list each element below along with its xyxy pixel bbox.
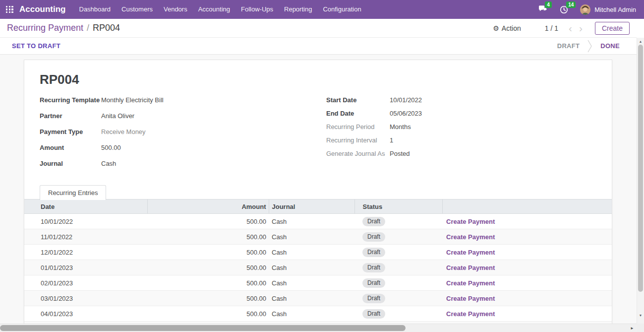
field-generate-journal-as: Generate Journal As Posted bbox=[326, 150, 592, 157]
entry-status-cell: Draft bbox=[354, 291, 442, 306]
table-row[interactable]: 12/01/2022 500.00 Cash Draft Create Paym… bbox=[24, 245, 612, 260]
app-name[interactable]: Accounting bbox=[19, 4, 66, 14]
entry-journal: Cash bbox=[269, 229, 354, 245]
menu-vendors[interactable]: Vendors bbox=[158, 0, 193, 19]
control-panel: Recurring Payment / RP004 ⚙ Action 1 / 1… bbox=[0, 19, 637, 38]
horizontal-scrollbar[interactable]: ► bbox=[0, 324, 637, 332]
field-value: 500.00 bbox=[101, 144, 121, 151]
status-badge: Draft bbox=[362, 217, 385, 226]
entry-action-cell: Create Payment bbox=[442, 291, 612, 306]
notebook-tabs: Recurring Entries bbox=[24, 185, 612, 199]
field-amount: Amount 500.00 bbox=[40, 144, 326, 151]
scroll-up-icon[interactable]: ▲ bbox=[637, 39, 644, 44]
menu-accounting[interactable]: Accounting bbox=[193, 0, 235, 19]
form-sheet: RP004 Recurring Template Monthly Electri… bbox=[24, 60, 612, 332]
entry-amount: 500.00 bbox=[147, 245, 269, 260]
field-recurring-period: Recurring Period Months bbox=[326, 123, 592, 131]
scrollbar-corner bbox=[637, 324, 644, 332]
create-payment-link[interactable]: Create Payment bbox=[446, 279, 495, 287]
table-header-row: Date Amount Journal Status bbox=[24, 199, 612, 214]
field-label: Partner bbox=[40, 112, 101, 120]
avatar bbox=[580, 4, 590, 15]
table-row[interactable]: 01/01/2023 500.00 Cash Draft Create Paym… bbox=[24, 260, 612, 275]
pager-previous-icon[interactable]: ‹ bbox=[565, 23, 576, 33]
column-header-status[interactable]: Status bbox=[354, 199, 442, 214]
entry-action-cell: Create Payment bbox=[442, 245, 612, 260]
field-label: Generate Journal As bbox=[326, 150, 390, 157]
messages-button[interactable]: 4 bbox=[538, 5, 548, 13]
pager-value[interactable]: 1 / 1 bbox=[545, 24, 558, 32]
field-value: 10/01/2022 bbox=[390, 96, 422, 104]
table-row[interactable]: 11/01/2022 500.00 Cash Draft Create Paym… bbox=[24, 229, 612, 245]
create-payment-link[interactable]: Create Payment bbox=[446, 264, 495, 271]
table-row[interactable]: 03/01/2023 500.00 Cash Draft Create Paym… bbox=[24, 291, 612, 306]
field-value: 05/06/2023 bbox=[390, 110, 422, 117]
entry-amount: 500.00 bbox=[147, 214, 269, 229]
status-badge: Draft bbox=[362, 309, 385, 319]
create-payment-link[interactable]: Create Payment bbox=[446, 218, 495, 225]
scroll-down-icon[interactable]: ▼ bbox=[637, 313, 644, 318]
horizontal-scrollbar-thumb[interactable] bbox=[0, 325, 406, 331]
vertical-scrollbar[interactable]: ▲ ▼ bbox=[637, 38, 644, 324]
status-badge: Draft bbox=[362, 232, 385, 242]
entry-status-cell: Draft bbox=[354, 245, 442, 260]
field-value: Anita Oliver bbox=[101, 112, 134, 120]
field-start-date: Start Date 10/01/2022 bbox=[326, 96, 592, 104]
status-state-done[interactable]: DONE bbox=[592, 42, 628, 50]
entry-journal: Cash bbox=[269, 291, 354, 306]
menu-customers[interactable]: Customers bbox=[116, 0, 158, 19]
status-state-draft[interactable]: DRAFT bbox=[549, 42, 588, 50]
set-to-draft-button[interactable]: SET TO DRAFT bbox=[12, 42, 60, 50]
field-recurring-template: Recurring Template Monthly Electricity B… bbox=[40, 96, 326, 104]
field-label: Recurring Interval bbox=[326, 136, 390, 144]
create-button[interactable]: Create bbox=[595, 22, 630, 35]
column-header-amount[interactable]: Amount bbox=[147, 199, 269, 214]
field-label: Payment Type bbox=[40, 128, 101, 135]
gear-icon: ⚙ bbox=[493, 25, 499, 32]
field-column-left: Recurring Template Monthly Electricity B… bbox=[40, 96, 326, 176]
field-value: 1 bbox=[390, 136, 393, 144]
scroll-right-icon[interactable]: ► bbox=[630, 326, 634, 331]
statusbar-arrow-icon bbox=[587, 40, 592, 53]
pager: 1 / 1 ‹ › bbox=[545, 23, 586, 33]
status-stepper: DRAFT DONE bbox=[549, 38, 628, 54]
column-header-journal[interactable]: Journal bbox=[269, 199, 354, 214]
field-value: Months bbox=[390, 123, 411, 131]
entry-status-cell: Draft bbox=[354, 260, 442, 275]
action-menu-button[interactable]: ⚙ Action bbox=[493, 24, 521, 32]
entry-status-cell: Draft bbox=[354, 229, 442, 245]
menu-follow-ups[interactable]: Follow-Ups bbox=[235, 0, 279, 19]
vertical-scrollbar-thumb[interactable] bbox=[638, 45, 643, 292]
activities-count-badge: 14 bbox=[566, 1, 576, 8]
field-label: End Date bbox=[326, 110, 390, 117]
field-label: Journal bbox=[40, 160, 101, 167]
table-row[interactable]: 10/01/2022 500.00 Cash Draft Create Paym… bbox=[24, 214, 612, 229]
menu-reporting[interactable]: Reporting bbox=[279, 0, 317, 19]
record-title: RP004 bbox=[40, 72, 612, 87]
pager-next-icon[interactable]: › bbox=[576, 23, 586, 33]
entry-status-cell: Draft bbox=[354, 306, 442, 322]
entry-date: 12/01/2022 bbox=[24, 245, 147, 260]
table-row[interactable]: 04/01/2023 500.00 Cash Draft Create Paym… bbox=[24, 306, 612, 322]
field-journal: Journal Cash bbox=[40, 160, 326, 167]
menu-dashboard[interactable]: Dashboard bbox=[74, 0, 117, 19]
status-badge: Draft bbox=[362, 278, 385, 288]
tab-recurring-entries[interactable]: Recurring Entries bbox=[40, 185, 106, 200]
entry-status-cell: Draft bbox=[354, 275, 442, 291]
activities-button[interactable]: 14 bbox=[560, 5, 568, 14]
entry-journal: Cash bbox=[269, 260, 354, 275]
user-menu[interactable]: Mitchell Admin bbox=[580, 4, 636, 15]
entry-date: 01/01/2023 bbox=[24, 260, 147, 275]
menu-configuration[interactable]: Configuration bbox=[317, 0, 366, 19]
create-payment-link[interactable]: Create Payment bbox=[446, 249, 495, 256]
field-column-right: Start Date 10/01/2022 End Date 05/06/202… bbox=[326, 96, 592, 176]
column-header-date[interactable]: Date bbox=[24, 199, 147, 214]
apps-grid-icon[interactable] bbox=[6, 6, 13, 13]
entry-date: 04/01/2023 bbox=[24, 306, 147, 322]
entry-amount: 500.00 bbox=[147, 306, 269, 322]
create-payment-link[interactable]: Create Payment bbox=[446, 310, 495, 318]
table-row[interactable]: 02/01/2023 500.00 Cash Draft Create Paym… bbox=[24, 275, 612, 291]
create-payment-link[interactable]: Create Payment bbox=[446, 295, 495, 302]
breadcrumb-parent-link[interactable]: Recurring Payment bbox=[7, 23, 83, 33]
create-payment-link[interactable]: Create Payment bbox=[446, 233, 495, 241]
